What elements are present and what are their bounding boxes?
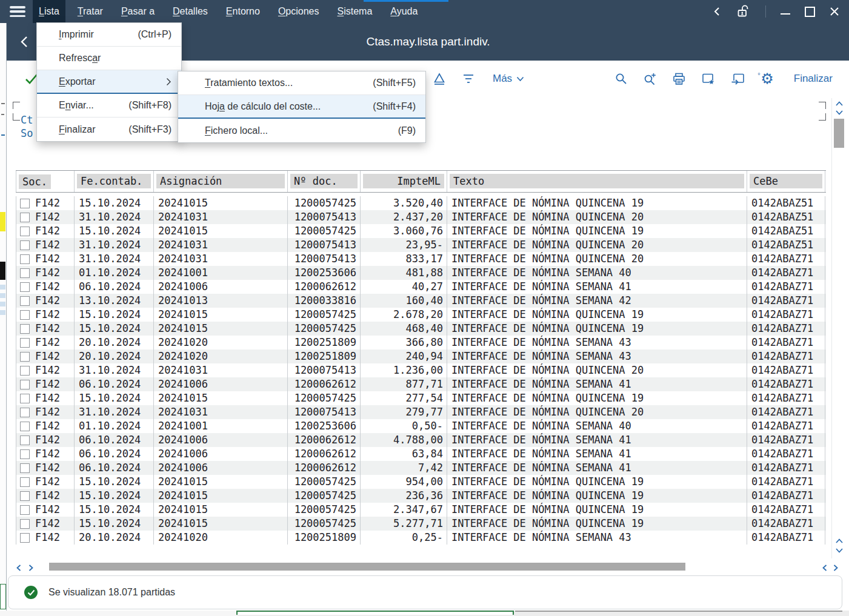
menu-item-tratamiento-textos[interactable]: Tratamiento textos...(Shift+F5) — [178, 71, 425, 95]
scroll-left-icon[interactable] — [16, 564, 22, 572]
scroll-down-icon[interactable] — [835, 548, 844, 554]
menubar-item-tratar[interactable]: Tratar — [72, 0, 109, 23]
mas-dropdown-button[interactable]: Más — [493, 61, 524, 97]
vertical-scrollbar[interactable] — [831, 98, 847, 558]
table-row[interactable]: F14220.10.2024202410201200251809366,80IN… — [16, 336, 826, 349]
search-icon[interactable] — [614, 72, 628, 85]
row-checkbox[interactable] — [20, 505, 30, 515]
table-row[interactable]: F14231.10.2024202410311200075413279,77IN… — [16, 405, 826, 419]
row-checkbox[interactable] — [20, 227, 30, 236]
table-row[interactable]: F14220.10.2024202410201200251809240,94IN… — [16, 349, 826, 363]
table-row[interactable]: F14215.10.2024202410151200057425954,00IN… — [16, 475, 826, 489]
menubar-item-lista[interactable]: Lista — [33, 0, 65, 23]
row-checkbox[interactable] — [20, 240, 30, 250]
table-row[interactable]: F14231.10.20242024103112000754132.437,20… — [16, 210, 826, 224]
menu-item-imprimir[interactable]: Imprimir(Ctrl+P) — [37, 23, 181, 47]
scroll-right-icon[interactable] — [833, 564, 839, 572]
table-row[interactable]: F14215.10.20242024101512000574253.060,76… — [16, 224, 826, 238]
vertical-scroll-thumb[interactable] — [834, 119, 844, 148]
print-icon[interactable] — [672, 72, 686, 86]
row-checkbox[interactable] — [20, 324, 30, 334]
table-row[interactable]: F14206.10.2024202410061200062612877,71IN… — [16, 377, 826, 391]
filter-icon[interactable] — [461, 72, 476, 85]
row-checkbox[interactable] — [20, 296, 30, 306]
unlocked-padlock-icon[interactable] — [735, 4, 751, 19]
menubar-item-pasar-a[interactable]: Pasar a — [115, 0, 161, 23]
row-checkbox[interactable] — [20, 268, 30, 278]
scroll-up-icon[interactable] — [835, 538, 844, 544]
row-checkbox[interactable] — [20, 422, 30, 431]
column-header-asignacion[interactable]: Asignación — [154, 171, 288, 192]
save-layout-star-icon[interactable] — [701, 72, 716, 86]
maximize-button[interactable] — [805, 7, 815, 17]
scroll-left-icon[interactable] — [822, 564, 828, 572]
row-checkbox[interactable] — [20, 463, 30, 473]
column-header-texto[interactable]: Texto — [447, 171, 747, 192]
row-checkbox[interactable] — [20, 380, 30, 389]
scroll-down-icon[interactable] — [835, 110, 844, 116]
column-header-n-doc[interactable]: Nº doc. — [288, 171, 361, 192]
row-checkbox[interactable] — [20, 310, 30, 320]
column-header-soc[interactable]: Soc. — [16, 171, 75, 192]
table-row[interactable]: F14206.10.202420241006120006261263,84INT… — [16, 447, 826, 461]
table-row[interactable]: F14231.10.2024202410311200075413833,17IN… — [16, 252, 826, 266]
scroll-up-icon[interactable] — [835, 101, 844, 107]
finalizar-button[interactable]: Finalizar — [794, 73, 833, 85]
close-button[interactable] — [830, 7, 839, 16]
table-row[interactable]: F14201.10.2024202410011200253606481,88IN… — [16, 266, 826, 280]
row-checkbox[interactable] — [20, 394, 30, 403]
menubar-item-detalles[interactable]: Detalles — [167, 0, 214, 23]
sort-ascending-icon[interactable] — [432, 71, 447, 86]
scroll-right-icon[interactable] — [28, 564, 34, 572]
horizontal-scrollbar[interactable] — [7, 561, 849, 572]
horizontal-scroll-thumb[interactable] — [49, 563, 685, 571]
hamburger-menu-icon[interactable] — [10, 6, 25, 17]
row-checkbox[interactable] — [20, 199, 30, 208]
minimize-button[interactable] — [781, 13, 790, 15]
row-checkbox[interactable] — [20, 213, 30, 222]
table-row[interactable]: F14215.10.20242024101512000574253.520,40… — [16, 196, 826, 210]
menu-item-enviar[interactable]: Enviar...(Shift+F8) — [37, 94, 181, 118]
row-checkbox[interactable] — [20, 352, 30, 362]
menubar-item-ayuda[interactable]: Ayuda — [384, 0, 424, 23]
row-checkbox[interactable] — [20, 449, 30, 459]
column-header-fe-contab[interactable]: Fe.contab. — [75, 171, 154, 192]
back-button-icon[interactable] — [20, 35, 28, 48]
row-checkbox[interactable] — [20, 491, 30, 501]
table-row[interactable]: F14231.10.202420241031120007541323,95-IN… — [16, 238, 826, 252]
table-row[interactable]: F14215.10.20242024101512000574252.678,20… — [16, 308, 826, 322]
menu-item-hoja-de-calculo-del-coste[interactable]: Hoja de cálculo del coste...(Shift+F4) — [178, 95, 425, 119]
menu-item-finalizar[interactable]: Finalizar(Shift+F3) — [37, 118, 181, 141]
menu-item-exportar[interactable]: Exportar — [37, 70, 181, 94]
row-checkbox[interactable] — [20, 282, 30, 292]
row-checkbox[interactable] — [20, 477, 30, 487]
table-row[interactable]: F14231.10.20242024103112000754131.236,00… — [16, 363, 826, 377]
table-row[interactable]: F14206.10.20242024100612000626124.788,00… — [16, 433, 826, 447]
row-checkbox[interactable] — [20, 366, 30, 376]
column-header-cebe[interactable]: CeBe — [747, 171, 825, 192]
menu-item-refrescar[interactable]: Refrescar — [37, 47, 181, 70]
back-chevron-icon[interactable] — [713, 7, 721, 16]
detach-window-arrow-icon[interactable] — [731, 72, 745, 86]
table-row[interactable]: F14213.10.2024202410131200033816160,40IN… — [16, 294, 826, 308]
row-checkbox[interactable] — [20, 519, 30, 529]
column-header-impteml[interactable]: ImpteML — [361, 171, 447, 192]
row-checkbox[interactable] — [20, 436, 30, 445]
menubar-item-sistema[interactable]: Sistema — [331, 0, 379, 23]
menu-item-fichero-local[interactable]: Fichero local...(F9) — [178, 119, 425, 142]
row-checkbox[interactable] — [20, 533, 30, 543]
table-row[interactable]: F14215.10.20242024101512000574255.277,71… — [16, 517, 826, 531]
row-checkbox[interactable] — [20, 408, 30, 417]
table-row[interactable]: F14215.10.2024202410151200057425468,40IN… — [16, 322, 826, 336]
table-row[interactable]: F14206.10.20242024100612000626127,42INTE… — [16, 461, 826, 475]
settings-gear-icon[interactable]: ⚙° — [761, 72, 774, 85]
table-row[interactable]: F14206.10.202420241006120006261240,27INT… — [16, 280, 826, 294]
table-row[interactable]: F14220.10.20242024102012002518090,25-INT… — [16, 531, 826, 545]
table-row[interactable]: F14201.10.20242024100112002536060,50-INT… — [16, 419, 826, 433]
search-plus-icon[interactable] — [643, 72, 657, 86]
menubar-item-entorno[interactable]: Entorno — [220, 0, 266, 23]
row-checkbox[interactable] — [20, 338, 30, 348]
table-row[interactable]: F14215.10.2024202410151200057425236,36IN… — [16, 489, 826, 503]
table-row[interactable]: F14215.10.20242024101512000574252.347,67… — [16, 503, 826, 517]
table-row[interactable]: F14215.10.2024202410151200057425277,54IN… — [16, 391, 826, 405]
